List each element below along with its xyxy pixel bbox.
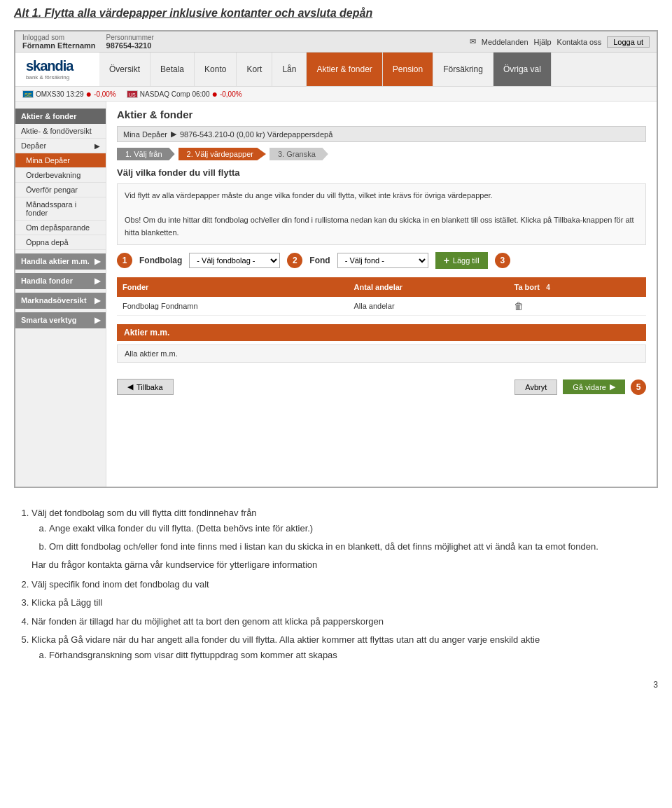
sidebar-item-oppna-depa[interactable]: Öppna depå: [15, 235, 106, 250]
page-title: Alt 1. Flytta alla värdepapper inklusive…: [0, 0, 672, 23]
omxs30-time: 13:29: [66, 90, 84, 98]
sidebar-item-om-depasparande[interactable]: Om depåsparande: [15, 221, 106, 235]
delete-button[interactable]: 🗑: [514, 300, 524, 312]
chevron-right-icon: ▶: [94, 316, 100, 325]
step-2: 2. Välj värdepapper: [178, 148, 266, 160]
col-ta-bort: Ta bort 4: [508, 277, 646, 297]
page-number: 3: [0, 676, 672, 693]
lagg-till-label: Lägg till: [453, 256, 479, 265]
ticker-nasdaq: US NASDAQ Comp 06:00 ● -0,00%: [127, 88, 242, 99]
top-bar-left: Inloggad som Förnamn Efternamn Personnum…: [22, 34, 154, 50]
body-item-1b: Om ditt fondbolag och/eller fond inte fi…: [49, 539, 658, 555]
top-bar-right: ✉ Meddelanden Hjälp Kontakta oss Logga u…: [470, 36, 650, 48]
step-circle-1: 1: [117, 253, 132, 268]
nav-forsakring[interactable]: Försäkring: [433, 53, 493, 86]
sidebar-header-handla-fonder[interactable]: Handla fonder ▶: [15, 273, 106, 289]
body-item-2: Välj specifik fond inom det fondbolag du…: [31, 577, 658, 592]
body-item-5: Klicka på Gå vidare när du har angett al…: [31, 632, 658, 663]
tillbaka-button[interactable]: ◀ Tillbaka: [117, 379, 174, 395]
sidebar: Aktier & fonder Aktie- & fondöversikt De…: [15, 102, 106, 487]
nasdaq-value: -0,00%: [220, 90, 242, 98]
bottom-bar: ◀ Tillbaka Avbryt Gå vidare ▶ 5: [117, 373, 646, 400]
fond-select[interactable]: - Välj fond -: [337, 253, 428, 268]
sidebar-header-handla-aktier[interactable]: Handla aktier m.m. ▶: [15, 253, 106, 270]
person-num-section: Personnummer 987654-3210: [106, 34, 154, 50]
step-1: 1. Välj från: [117, 148, 175, 160]
logged-in-section: Inloggad som Förnamn Efternamn: [22, 34, 96, 50]
sidebar-label: Orderbevakning: [26, 171, 80, 179]
omxs30-name: OMXS30: [36, 90, 64, 98]
sidebar-label: Aktie- & fondöversikt: [21, 127, 92, 135]
nasdaq-indicator: ●: [211, 88, 217, 99]
chevron-right-icon: ▶: [94, 257, 100, 266]
nav-lan[interactable]: Lån: [272, 53, 307, 86]
chevron-right-icon: ▶: [94, 142, 100, 150]
step-circle-3: 3: [495, 253, 510, 268]
sidebar-item-mina-depaer[interactable]: Mina Depåer: [15, 153, 106, 168]
cell-antal: Alla andelar: [348, 297, 508, 316]
aktier-value: Alla aktier m.m.: [117, 344, 646, 363]
body-item-3: Klicka på Lägg till: [31, 595, 658, 611]
body-item-1: Välj det fondbolag som du vill flytta di…: [31, 506, 658, 573]
browser-frame: Inloggad som Förnamn Efternamn Personnum…: [14, 30, 658, 488]
fond-label: Fond: [309, 256, 330, 265]
right-buttons: Avbryt Gå vidare ▶ 5: [514, 379, 646, 395]
sidebar-item-orderbevakning[interactable]: Orderbevakning: [15, 168, 106, 183]
person-num-label: Personnummer: [106, 34, 154, 41]
col-antal: Antal andelar: [348, 277, 508, 297]
ga-vidare-button[interactable]: Gå vidare ▶: [563, 379, 625, 394]
sidebar-label: Smarta verktyg: [21, 316, 77, 325]
sidebar-label: Mina Depåer: [26, 156, 70, 165]
sidebar-header-marknadsoversikt[interactable]: Marknadsöversikt ▶: [15, 293, 106, 309]
nav-konto[interactable]: Konto: [195, 53, 237, 86]
depot-arrow: ▶: [171, 130, 176, 139]
nav-ovriga-val[interactable]: Övriga val: [493, 53, 552, 86]
right-arrow-icon: ▶: [610, 382, 615, 391]
step-circle-4: 4: [542, 281, 554, 293]
help-link[interactable]: Hjälp: [534, 38, 552, 46]
nav-aktier-fonder[interactable]: Aktier & fonder: [307, 53, 382, 86]
omxs30-value: -0,00%: [94, 90, 116, 98]
steps-breadcrumb: 1. Välj från 2. Välj värdepapper 3. Gran…: [117, 148, 646, 160]
sidebar-label: Om depåsparande: [26, 223, 90, 232]
cell-fondnamn: Fondbolag Fondnamn: [117, 297, 348, 316]
col-fonder: Fonder: [117, 277, 348, 297]
nav-kort[interactable]: Kort: [237, 53, 272, 86]
nasdaq-name: NASDAQ Comp: [140, 90, 190, 98]
main-panel: Aktier & fonder Mina Depåer ▶ 9876-543.2…: [106, 102, 657, 487]
body-text: Välj det fondbolag som du vill flytta di…: [0, 495, 672, 676]
flag-se-icon: SE: [22, 90, 34, 98]
fondbolag-label: Fondbolag: [139, 256, 182, 265]
ticker-bar: SE OMXS30 13:29 ● -0,00% US NASDAQ Comp …: [15, 87, 657, 102]
tillbaka-label: Tillbaka: [136, 383, 163, 391]
nav-pension[interactable]: Pension: [383, 53, 433, 86]
chevron-right-icon: ▶: [94, 296, 100, 305]
plus-icon: +: [444, 255, 449, 266]
sidebar-label: Handla aktier m.m.: [21, 257, 90, 266]
body-item-4: När fonden är tillagd har du möjlighet a…: [31, 614, 658, 629]
sidebar-item-aktie-fondoversikt[interactable]: Aktie- & fondöversikt: [15, 124, 106, 139]
info-obs-text: Obs! Om du inte hittar ditt fondbolag oc…: [125, 214, 638, 239]
panel-title: Aktier & fonder: [117, 109, 646, 120]
omxs30-indicator: ●: [86, 88, 92, 99]
lagg-till-button[interactable]: + Lägg till: [435, 252, 488, 269]
nav-oversikt[interactable]: Översikt: [99, 53, 150, 86]
sidebar-header-smarta-verktyg[interactable]: Smarta verktyg ▶: [15, 312, 106, 328]
fondbolag-select[interactable]: - Välj fondbolag -: [189, 253, 280, 268]
nav-betala[interactable]: Betala: [150, 53, 195, 86]
sidebar-item-depaer[interactable]: Depåer ▶: [15, 139, 106, 153]
logged-in-name: Förnamn Efternamn: [22, 41, 96, 50]
messages-link[interactable]: Meddelanden: [482, 38, 528, 46]
cell-delete: 🗑: [508, 297, 646, 316]
logout-button[interactable]: Logga ut: [607, 36, 650, 48]
funds-table: Fonder Antal andelar Ta bort 4 Fondbolag…: [117, 277, 646, 316]
contact-link[interactable]: Kontakta oss: [557, 38, 602, 46]
flag-us-icon: US: [127, 90, 138, 98]
nasdaq-time: 06:00: [192, 90, 209, 98]
sidebar-item-overfor-pengar[interactable]: Överför pengar: [15, 183, 106, 197]
info-text1: Vid flytt av alla värdepapper måste du a…: [125, 190, 638, 202]
step-circle-5: 5: [631, 379, 646, 395]
envelope-icon: ✉: [470, 37, 476, 46]
sidebar-item-manadsspara[interactable]: Månadsspara i fonder: [15, 197, 106, 221]
avbryt-button[interactable]: Avbryt: [514, 379, 557, 395]
